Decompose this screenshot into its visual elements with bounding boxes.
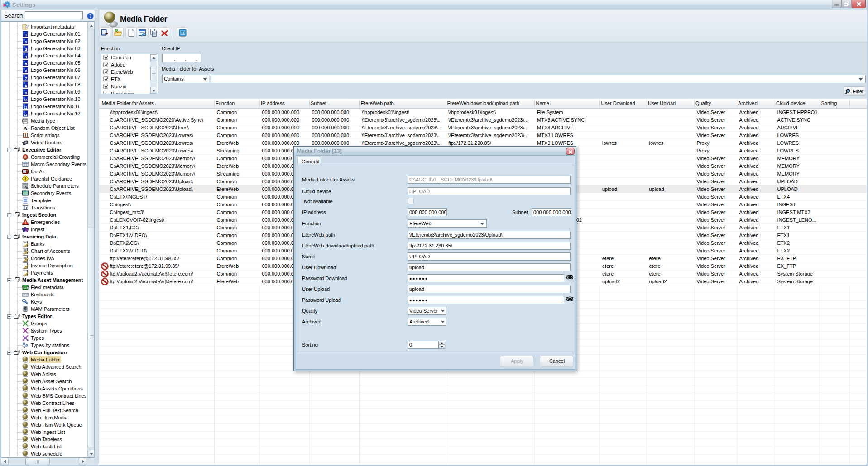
svg-text:8: 8 bbox=[25, 84, 27, 88]
svg-text:FLEXI: FLEXI bbox=[22, 286, 29, 289]
svg-text:1: 1 bbox=[25, 33, 27, 37]
svg-text:6: 6 bbox=[25, 69, 27, 73]
svg-text:11: 11 bbox=[24, 106, 27, 109]
svg-text:9: 9 bbox=[25, 91, 27, 95]
svg-text:5: 5 bbox=[25, 62, 27, 66]
svg-text:4: 4 bbox=[25, 55, 27, 59]
svg-text:A: A bbox=[24, 125, 27, 131]
svg-text:7: 7 bbox=[25, 76, 27, 81]
svg-text:12: 12 bbox=[24, 113, 28, 116]
svg-text:3: 3 bbox=[25, 48, 27, 52]
svg-text:!: ! bbox=[25, 176, 26, 181]
svg-text:2: 2 bbox=[25, 40, 27, 44]
svg-text:T: T bbox=[26, 206, 28, 210]
svg-text:?: ? bbox=[89, 14, 91, 19]
svg-text:10: 10 bbox=[24, 99, 28, 102]
